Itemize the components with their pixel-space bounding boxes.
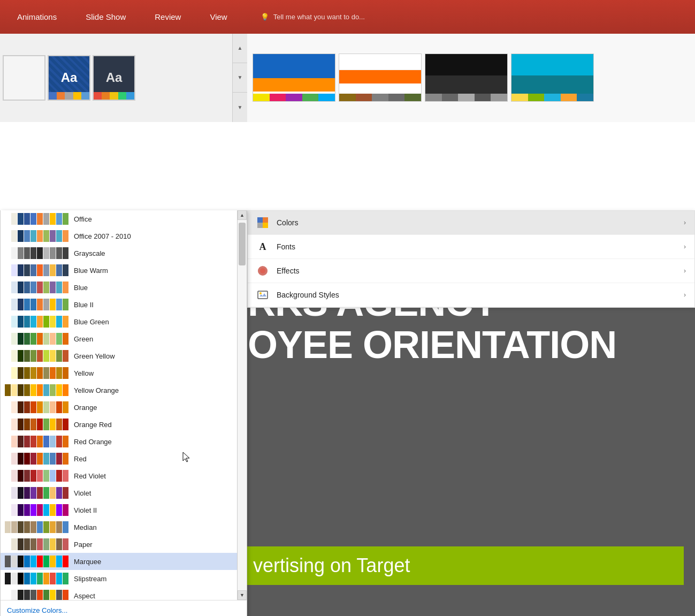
color-item-median[interactable]: Median (1, 519, 237, 536)
swatch (50, 453, 56, 465)
color-item-blue[interactable]: Blue (1, 279, 237, 296)
swatch (50, 470, 56, 482)
swatch (43, 247, 49, 259)
color-item-slipstream[interactable]: Slipstream (1, 570, 237, 587)
svg-rect-3 (263, 223, 268, 228)
swatch (18, 367, 24, 379)
theme-thumb-right-1[interactable] (253, 54, 335, 102)
tab-review[interactable]: Review (148, 8, 187, 26)
color-item-red-violet[interactable]: Red Violet (1, 467, 237, 484)
tab-slideshow[interactable]: Slide Show (79, 8, 132, 26)
swatch (63, 247, 68, 259)
swatch (50, 350, 56, 362)
swatch (18, 556, 24, 567)
swatch (56, 230, 62, 242)
color-item-red[interactable]: Red (1, 450, 237, 467)
swatch (11, 247, 17, 259)
color-theme-name: Green (74, 335, 93, 343)
scroll-up-arrow[interactable]: ▲ (233, 34, 247, 63)
color-item-blue-ii[interactable]: Blue II (1, 296, 237, 313)
swatch (43, 521, 49, 533)
swatch (63, 282, 68, 293)
color-list-inner: OfficeOffice 2007 - 2010GrayscaleBlue Wa… (1, 210, 237, 600)
swatch (37, 504, 43, 516)
swatch (50, 282, 56, 293)
background-icon (256, 288, 269, 301)
color-item-office-2007---2010[interactable]: Office 2007 - 2010 (1, 227, 237, 245)
scroll-down-arrow[interactable]: ▼ (233, 63, 247, 93)
color-item-blue-green[interactable]: Blue Green (1, 313, 237, 330)
swatch (30, 282, 36, 293)
swatch (43, 264, 49, 276)
color-item-grayscale[interactable]: Grayscale (1, 245, 237, 262)
swatch (5, 401, 11, 413)
scroll-arrows: ▲ ▼ ▼ (232, 34, 247, 122)
color-item-aspect[interactable]: Aspect (1, 587, 237, 600)
theme-thumb-blank[interactable] (3, 55, 45, 101)
scrollbar-down[interactable]: ▼ (238, 590, 247, 600)
panel-item-effects[interactable]: Effects › (248, 259, 694, 283)
theme-thumb-right-4[interactable] (511, 54, 594, 102)
scroll-expand-arrow[interactable]: ▼ (233, 93, 247, 121)
color-item-paper[interactable]: Paper (1, 536, 237, 553)
swatch (43, 504, 49, 516)
theme-thumb-aa-dark[interactable]: Aa (93, 55, 135, 101)
color-item-violet[interactable]: Violet (1, 484, 237, 501)
color-swatches-11 (5, 401, 68, 413)
swatch (30, 538, 36, 550)
color-theme-name: Orange Red (74, 421, 112, 429)
color-item-green-yellow[interactable]: Green Yellow (1, 347, 237, 364)
color-theme-name: Red Violet (74, 472, 106, 480)
color-item-orange[interactable]: Orange (1, 399, 237, 416)
swatch (43, 367, 49, 379)
swatch (56, 350, 62, 362)
color-item-office[interactable]: Office (1, 210, 237, 227)
swatch (5, 213, 11, 225)
color-theme-name: Orange (74, 404, 97, 412)
color-item-violet-ii[interactable]: Violet II (1, 501, 237, 519)
color-item-yellow[interactable]: Yellow (1, 364, 237, 382)
swatch (24, 316, 30, 328)
color-item-green[interactable]: Green (1, 330, 237, 347)
swatch (11, 487, 17, 499)
scrollbar-thumb[interactable] (239, 223, 246, 265)
swatch (30, 521, 36, 533)
color-swatches-9 (5, 367, 68, 379)
color-swatches-21 (5, 573, 68, 584)
panel-item-colors[interactable]: Colors › (248, 211, 694, 235)
scrollbar-up[interactable]: ▲ (238, 210, 247, 220)
panel-item-fonts[interactable]: A Fonts › (248, 235, 694, 259)
ribbon-bar: Animations Slide Show Review View 💡 Tell… (0, 0, 695, 34)
customize-colors-button[interactable]: Customize Colors... (7, 605, 67, 616)
color-item-yellow-orange[interactable]: Yellow Orange (1, 382, 237, 399)
swatch (37, 350, 43, 362)
theme-thumb-right-3[interactable] (425, 54, 508, 102)
color-theme-name: Green Yellow (74, 352, 115, 360)
tab-animations[interactable]: Animations (11, 8, 63, 26)
ribbon-search[interactable]: 💡 Tell me what you want to do... (261, 13, 365, 21)
theme-thumb-right-2[interactable] (339, 54, 422, 102)
color-item-red-orange[interactable]: Red Orange (1, 433, 237, 450)
color-item-marquee[interactable]: Marquee (1, 553, 237, 570)
swatch (56, 282, 62, 293)
swatch (24, 590, 30, 600)
swatch (56, 247, 62, 259)
color-swatches-1 (5, 230, 68, 242)
themes-right (247, 34, 695, 122)
swatch (11, 470, 17, 482)
swatch (11, 521, 17, 533)
color-theme-name: Median (74, 523, 97, 531)
swatch (5, 504, 11, 516)
swatch (63, 538, 68, 550)
swatch (43, 299, 49, 310)
swatch (50, 487, 56, 499)
color-item-blue-warm[interactable]: Blue Warm (1, 262, 237, 279)
theme-thumb-aa-blue[interactable]: Aa (48, 55, 90, 101)
swatch (63, 230, 68, 242)
swatch (24, 538, 30, 550)
color-item-orange-red[interactable]: Orange Red (1, 416, 237, 433)
swatch (18, 538, 24, 550)
swatch (30, 350, 36, 362)
panel-item-background[interactable]: Background Styles › (248, 283, 694, 307)
tab-view[interactable]: View (203, 8, 233, 26)
